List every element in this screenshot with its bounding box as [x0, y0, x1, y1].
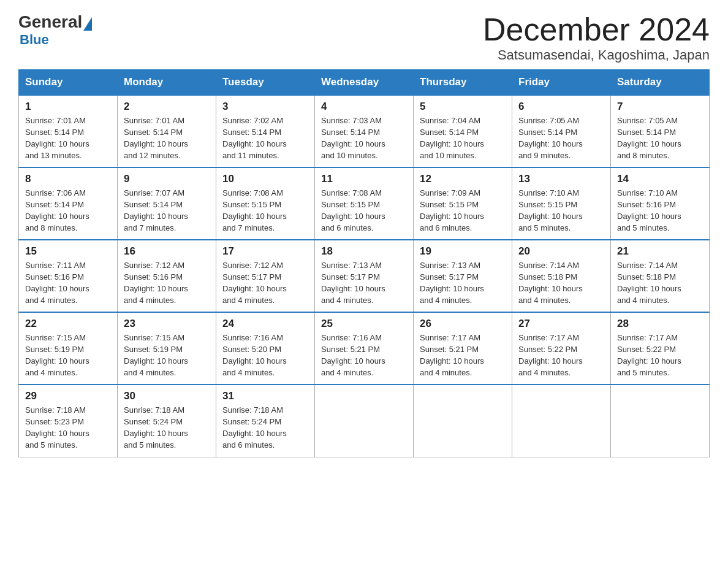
- calendar-day-26: 26Sunrise: 7:17 AMSunset: 5:21 PMDayligh…: [414, 312, 512, 385]
- calendar-table: SundayMondayTuesdayWednesdayThursdayFrid…: [18, 69, 710, 458]
- day-number: 1: [25, 101, 111, 113]
- day-info: Sunrise: 7:10 AMSunset: 5:15 PMDaylight:…: [518, 188, 604, 234]
- day-info: Sunrise: 7:17 AMSunset: 5:22 PMDaylight:…: [518, 332, 604, 378]
- calendar-empty-cell: [611, 385, 710, 457]
- day-number: 29: [25, 390, 111, 402]
- day-info: Sunrise: 7:08 AMSunset: 5:15 PMDaylight:…: [321, 188, 407, 234]
- day-number: 17: [222, 245, 308, 258]
- calendar-empty-cell: [315, 385, 414, 457]
- day-number: 3: [222, 101, 308, 113]
- day-info: Sunrise: 7:05 AMSunset: 5:14 PMDaylight:…: [518, 115, 604, 161]
- day-info: Sunrise: 7:16 AMSunset: 5:21 PMDaylight:…: [321, 332, 407, 378]
- calendar-day-4: 4Sunrise: 7:03 AMSunset: 5:14 PMDaylight…: [315, 95, 414, 167]
- day-info: Sunrise: 7:18 AMSunset: 5:23 PMDaylight:…: [25, 405, 111, 451]
- day-number: 18: [321, 245, 407, 258]
- calendar-day-29: 29Sunrise: 7:18 AMSunset: 5:23 PMDayligh…: [19, 385, 118, 457]
- day-info: Sunrise: 7:02 AMSunset: 5:14 PMDaylight:…: [222, 115, 308, 161]
- day-info: Sunrise: 7:04 AMSunset: 5:14 PMDaylight:…: [420, 115, 506, 161]
- calendar-day-23: 23Sunrise: 7:15 AMSunset: 5:19 PMDayligh…: [118, 312, 216, 385]
- column-header-tuesday: Tuesday: [216, 70, 315, 96]
- calendar-day-2: 2Sunrise: 7:01 AMSunset: 5:14 PMDaylight…: [118, 95, 216, 167]
- calendar-day-22: 22Sunrise: 7:15 AMSunset: 5:19 PMDayligh…: [19, 312, 118, 385]
- calendar-day-13: 13Sunrise: 7:10 AMSunset: 5:15 PMDayligh…: [512, 167, 611, 240]
- calendar-day-20: 20Sunrise: 7:14 AMSunset: 5:18 PMDayligh…: [512, 240, 611, 312]
- calendar-day-28: 28Sunrise: 7:17 AMSunset: 5:22 PMDayligh…: [611, 312, 710, 385]
- day-number: 2: [124, 101, 210, 113]
- day-number: 12: [420, 173, 506, 185]
- logo: General Blue: [18, 12, 92, 48]
- day-number: 23: [124, 318, 210, 330]
- day-number: 14: [617, 173, 703, 185]
- calendar-day-6: 6Sunrise: 7:05 AMSunset: 5:14 PMDaylight…: [512, 95, 611, 167]
- logo-triangle-icon: [83, 17, 92, 31]
- day-info: Sunrise: 7:10 AMSunset: 5:16 PMDaylight:…: [617, 188, 703, 234]
- day-info: Sunrise: 7:07 AMSunset: 5:14 PMDaylight:…: [124, 188, 210, 234]
- day-info: Sunrise: 7:05 AMSunset: 5:14 PMDaylight:…: [617, 115, 703, 161]
- column-header-sunday: Sunday: [19, 70, 118, 96]
- calendar-day-19: 19Sunrise: 7:13 AMSunset: 5:17 PMDayligh…: [414, 240, 512, 312]
- logo-general-text: General: [18, 12, 82, 32]
- calendar-day-31: 31Sunrise: 7:18 AMSunset: 5:24 PMDayligh…: [216, 385, 315, 457]
- day-number: 8: [25, 173, 111, 185]
- calendar-day-12: 12Sunrise: 7:09 AMSunset: 5:15 PMDayligh…: [414, 167, 512, 240]
- day-number: 4: [321, 101, 407, 113]
- logo-blue-text: Blue: [20, 32, 92, 48]
- day-number: 9: [124, 173, 210, 185]
- day-number: 10: [222, 173, 308, 185]
- day-info: Sunrise: 7:18 AMSunset: 5:24 PMDaylight:…: [222, 405, 308, 451]
- day-info: Sunrise: 7:12 AMSunset: 5:16 PMDaylight:…: [124, 260, 210, 306]
- calendar-header-row: SundayMondayTuesdayWednesdayThursdayFrid…: [19, 70, 710, 96]
- column-header-thursday: Thursday: [414, 70, 512, 96]
- day-number: 16: [124, 245, 210, 258]
- calendar-week-row-2: 8Sunrise: 7:06 AMSunset: 5:14 PMDaylight…: [19, 167, 710, 240]
- day-info: Sunrise: 7:13 AMSunset: 5:17 PMDaylight:…: [321, 260, 407, 306]
- day-number: 31: [222, 390, 308, 402]
- day-number: 5: [420, 101, 506, 113]
- month-title: December 2024: [483, 12, 710, 47]
- day-info: Sunrise: 7:09 AMSunset: 5:15 PMDaylight:…: [420, 188, 506, 234]
- day-info: Sunrise: 7:01 AMSunset: 5:14 PMDaylight:…: [25, 115, 111, 161]
- column-header-friday: Friday: [512, 70, 611, 96]
- day-number: 11: [321, 173, 407, 185]
- day-info: Sunrise: 7:16 AMSunset: 5:20 PMDaylight:…: [222, 332, 308, 378]
- calendar-day-3: 3Sunrise: 7:02 AMSunset: 5:14 PMDaylight…: [216, 95, 315, 167]
- day-number: 25: [321, 318, 407, 330]
- calendar-day-27: 27Sunrise: 7:17 AMSunset: 5:22 PMDayligh…: [512, 312, 611, 385]
- day-info: Sunrise: 7:17 AMSunset: 5:22 PMDaylight:…: [617, 332, 703, 378]
- day-info: Sunrise: 7:12 AMSunset: 5:17 PMDaylight:…: [222, 260, 308, 306]
- calendar-week-row-1: 1Sunrise: 7:01 AMSunset: 5:14 PMDaylight…: [19, 95, 710, 167]
- calendar-day-15: 15Sunrise: 7:11 AMSunset: 5:16 PMDayligh…: [19, 240, 118, 312]
- page-header: General Blue December 2024 Satsumasendai…: [18, 12, 710, 63]
- day-info: Sunrise: 7:18 AMSunset: 5:24 PMDaylight:…: [124, 405, 210, 451]
- calendar-day-11: 11Sunrise: 7:08 AMSunset: 5:15 PMDayligh…: [315, 167, 414, 240]
- column-header-wednesday: Wednesday: [315, 70, 414, 96]
- day-number: 26: [420, 318, 506, 330]
- day-number: 7: [617, 101, 703, 113]
- day-info: Sunrise: 7:15 AMSunset: 5:19 PMDaylight:…: [25, 332, 111, 378]
- calendar-day-10: 10Sunrise: 7:08 AMSunset: 5:15 PMDayligh…: [216, 167, 315, 240]
- calendar-week-row-5: 29Sunrise: 7:18 AMSunset: 5:23 PMDayligh…: [19, 385, 710, 457]
- day-number: 30: [124, 390, 210, 402]
- calendar-day-30: 30Sunrise: 7:18 AMSunset: 5:24 PMDayligh…: [118, 385, 216, 457]
- calendar-day-5: 5Sunrise: 7:04 AMSunset: 5:14 PMDaylight…: [414, 95, 512, 167]
- day-info: Sunrise: 7:08 AMSunset: 5:15 PMDaylight:…: [222, 188, 308, 234]
- day-number: 6: [518, 101, 604, 113]
- calendar-day-16: 16Sunrise: 7:12 AMSunset: 5:16 PMDayligh…: [118, 240, 216, 312]
- day-info: Sunrise: 7:14 AMSunset: 5:18 PMDaylight:…: [617, 260, 703, 306]
- day-number: 28: [617, 318, 703, 330]
- column-header-monday: Monday: [118, 70, 216, 96]
- calendar-day-17: 17Sunrise: 7:12 AMSunset: 5:17 PMDayligh…: [216, 240, 315, 312]
- calendar-day-7: 7Sunrise: 7:05 AMSunset: 5:14 PMDaylight…: [611, 95, 710, 167]
- day-info: Sunrise: 7:03 AMSunset: 5:14 PMDaylight:…: [321, 115, 407, 161]
- day-number: 22: [25, 318, 111, 330]
- column-header-saturday: Saturday: [611, 70, 710, 96]
- calendar-empty-cell: [512, 385, 611, 457]
- location-subtitle: Satsumasendai, Kagoshima, Japan: [483, 47, 710, 63]
- calendar-empty-cell: [414, 385, 512, 457]
- calendar-day-1: 1Sunrise: 7:01 AMSunset: 5:14 PMDaylight…: [19, 95, 118, 167]
- calendar-week-row-4: 22Sunrise: 7:15 AMSunset: 5:19 PMDayligh…: [19, 312, 710, 385]
- day-info: Sunrise: 7:01 AMSunset: 5:14 PMDaylight:…: [124, 115, 210, 161]
- day-number: 21: [617, 245, 703, 258]
- day-number: 19: [420, 245, 506, 258]
- calendar-day-8: 8Sunrise: 7:06 AMSunset: 5:14 PMDaylight…: [19, 167, 118, 240]
